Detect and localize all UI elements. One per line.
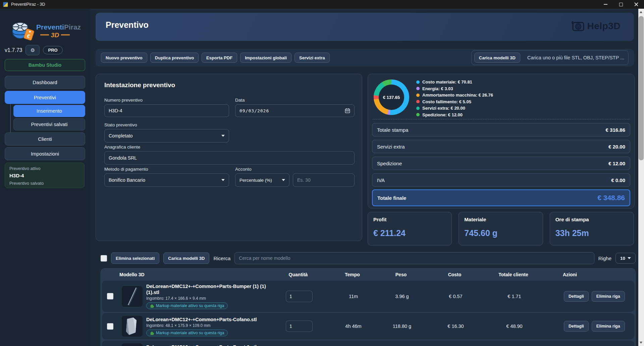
upload-models-group: Carica modelli 3D Carica uno o più file … <box>471 50 629 65</box>
calendar-icon <box>345 108 350 113</box>
cost-value: € 0.57 <box>428 294 483 299</box>
help3d-logo: Help3D <box>571 20 621 32</box>
global-settings-button[interactable]: Impostazioni globali <box>240 53 291 63</box>
load-models-button[interactable]: Carica modelli 3D <box>474 53 520 63</box>
search-label: Ricerca <box>213 255 230 261</box>
search-input[interactable] <box>234 252 594 264</box>
status-select[interactable]: Completato <box>104 129 229 142</box>
sidebar-item-dashboard[interactable]: Dashboard <box>5 76 85 89</box>
active-quote-number: H3D-4 <box>9 173 80 178</box>
stat-cards: Profit € 211.24 Materiale 745.60 g Ore d… <box>368 212 634 245</box>
title-bar: PreventiPiraz - 3D <box>0 0 644 9</box>
sidebar-item-impostazioni[interactable]: Impostazioni <box>5 147 85 160</box>
model-name: DeLorean+DMC12+-+Common+Parts-Bumper (1)… <box>146 283 268 295</box>
legend-dot <box>416 100 420 103</box>
scroll-down-arrow-icon[interactable] <box>640 342 642 344</box>
customer-input[interactable] <box>104 151 355 165</box>
details-button[interactable]: Dettagli <box>564 321 589 332</box>
date-label: Data <box>235 98 245 103</box>
select-all-checkbox[interactable] <box>101 255 107 262</box>
bambu-studio-button[interactable]: Bambu Studio <box>5 59 85 71</box>
app-version: v1.7.73 <box>5 47 22 53</box>
legend-dot <box>416 94 420 97</box>
quote-number-input[interactable] <box>104 104 229 117</box>
delete-row-button[interactable]: Elimina riga <box>592 321 625 332</box>
close-button[interactable] <box>629 0 644 9</box>
print-hours-card: Ore di stampa 33h 25m <box>550 212 634 245</box>
cost-value: € 16.30 <box>428 324 483 329</box>
duplicate-quote-button[interactable]: Duplica preventivo <box>150 53 199 63</box>
legend-dot <box>416 113 420 116</box>
rows-per-page-label: Righe <box>598 255 611 261</box>
window-title: PreventiPiraz - 3D <box>11 2 45 7</box>
table-row: DeLorean+DMC12+-+Common+Parts-Front 2.st… <box>102 341 634 346</box>
date-input[interactable]: 09/03/2026 <box>235 104 355 117</box>
extra-services-button[interactable]: Servizi extra <box>294 53 330 63</box>
minimize-button[interactable] <box>598 0 613 9</box>
maximize-button[interactable] <box>613 0 629 9</box>
settings-gear-button[interactable]: ⚙ <box>25 45 40 55</box>
restore-icon <box>619 3 623 6</box>
new-quote-button[interactable]: Nuovo preventivo <box>101 53 147 63</box>
sidebar: € PreventiPiraz 3D v1.7.73 ⚙ PRO Bambu S… <box>0 9 91 346</box>
sidebar-item-preventivi-salvati[interactable]: Preventivi salvati <box>13 118 85 130</box>
sidebar-item-clienti[interactable]: Clienti <box>5 132 85 146</box>
payment-method-label: Metodo di pagamento <box>104 167 148 172</box>
quantity-input[interactable] <box>286 321 313 332</box>
shipping-row: Spedizione€ 12.00 <box>372 157 630 170</box>
model-thumbnail <box>122 286 143 307</box>
page-header-panel: Preventivo Help3D <box>96 13 634 41</box>
donut-chart: € 137.65 <box>374 79 409 115</box>
customer-label: Anagrafica cliente <box>104 145 140 150</box>
app-logo: € PreventiPiraz 3D <box>8 19 83 42</box>
legend-dot <box>416 80 420 84</box>
row-checkbox[interactable] <box>107 323 113 330</box>
svg-text:PreventiPiraz: PreventiPiraz <box>36 23 81 31</box>
legend-item: Servizi extra: € 20.00 <box>416 105 493 112</box>
extra-services-row: Servizi extra€ 20.00 <box>372 140 630 153</box>
form-title: Intestazione preventivo <box>104 81 175 89</box>
vat-row: IVA€ 0.00 <box>372 173 630 187</box>
delete-selected-button[interactable]: Elimina selezionati <box>111 252 159 264</box>
export-pdf-button[interactable]: Esporta PDF <box>202 53 237 63</box>
chevron-down-icon <box>628 257 631 259</box>
deposit-type-select[interactable]: Percentuale (%) <box>235 173 289 187</box>
payment-method-select[interactable]: Bonifico Bancario <box>104 173 229 187</box>
rows-per-page-select[interactable]: 10 <box>615 253 636 264</box>
time-value: 11m <box>331 294 376 299</box>
puzzle-icon <box>150 331 154 335</box>
pro-badge: PRO <box>43 46 62 54</box>
chevron-down-icon <box>282 179 285 181</box>
model-name: DeLorean+DMC12+-+Common+Parts-Cofano.stl <box>146 316 268 323</box>
markup-badge: Markup materiale attivo su questa riga <box>146 302 228 309</box>
weight-value: 3.96 g <box>376 294 428 299</box>
scroll-up-arrow-icon[interactable] <box>640 11 642 13</box>
load-models-button-2[interactable]: Carica modelli 3D <box>163 252 209 264</box>
active-quote-status: Preventivo salvato <box>9 181 80 186</box>
material-card: Materiale 745.60 g <box>459 212 543 245</box>
model-dimensions: Ingombro: 17.4 × 166.6 × 9.4 mm <box>146 296 268 301</box>
sidebar-item-inserimento[interactable]: Inserimento <box>13 105 85 117</box>
vertical-scrollbar[interactable] <box>638 9 644 346</box>
gear-icon: ⚙ <box>31 47 35 53</box>
toolbar: Nuovo preventivo Duplica preventivo Espo… <box>96 49 634 66</box>
sidebar-item-preventivi[interactable]: Preventivi <box>5 91 85 104</box>
markup-badge: Markup materiale attivo su questa riga <box>146 330 228 336</box>
legend-item: Costo fallimento: € 5.05 <box>416 99 493 105</box>
app-icon <box>3 2 8 7</box>
quote-number-label: Numero preventivo <box>104 98 143 103</box>
model-name: DeLorean+DMC12+-+Common+Parts-Front 2.st… <box>146 344 268 346</box>
model-thumbnail <box>122 343 143 346</box>
scrollbar-thumb[interactable] <box>639 16 644 160</box>
chevron-down-icon <box>221 135 225 137</box>
details-button[interactable]: Dettagli <box>564 291 589 302</box>
row-checkbox[interactable] <box>107 293 113 299</box>
cost-summary-panel: € 137.65 Costo materiale: € 70.81 Energi… <box>368 74 635 209</box>
close-icon <box>634 2 638 6</box>
active-quote-panel: Preventivo attivo H3D-4 Preventivo salva… <box>5 163 85 188</box>
deposit-value-input[interactable] <box>293 173 355 187</box>
delete-row-button[interactable]: Elimina riga <box>592 291 625 302</box>
quantity-input[interactable] <box>286 291 313 302</box>
table-controls: Elimina selezionati Carica modelli 3D Ri… <box>101 252 636 264</box>
upload-hint-text: Carica uno o più file STL, OBJ, STEP/STP… <box>527 55 624 60</box>
